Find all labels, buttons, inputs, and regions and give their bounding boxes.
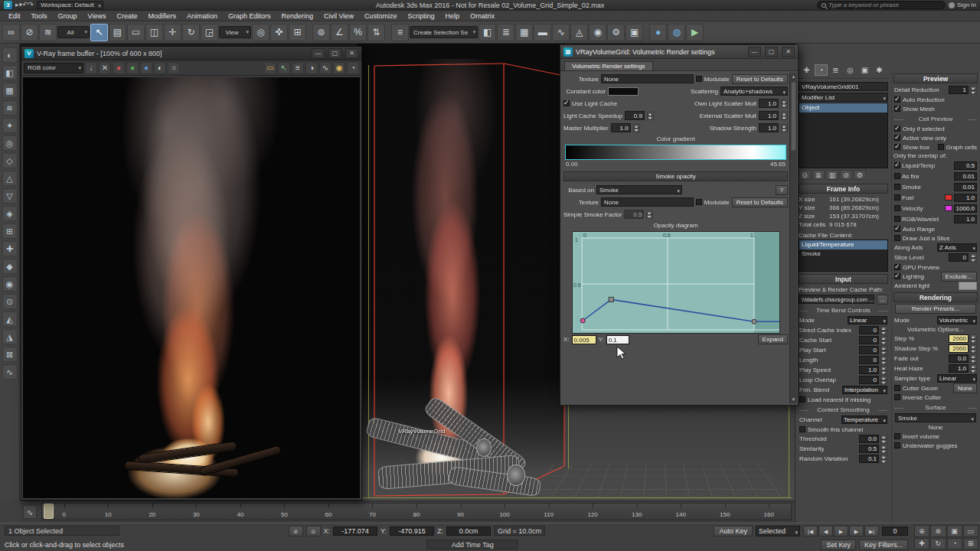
graphite-ribbon-icon[interactable]: ▬: [534, 24, 551, 41]
shelf-icon[interactable]: ⊙: [2, 294, 18, 309]
reference-coordinate-dropdown[interactable]: View: [219, 26, 251, 38]
constant-color-swatch[interactable]: [608, 87, 639, 96]
setting-value[interactable]: 0: [859, 356, 879, 364]
setting-value[interactable]: Temperature: [841, 416, 887, 424]
simple-smoke-factor-field[interactable]: 0.5: [624, 210, 644, 219]
render-presets-button[interactable]: Render Presets...: [895, 304, 976, 314]
spinner[interactable]: [970, 344, 977, 353]
frame-tick[interactable]: 80: [394, 504, 439, 520]
menu-item[interactable]: Help: [439, 12, 465, 20]
shelf-icon[interactable]: ◧: [2, 65, 18, 80]
frame-tick[interactable]: 150: [703, 504, 747, 520]
rendered-frame-window-icon[interactable]: ▣: [626, 24, 643, 41]
zoom-icon[interactable]: ⊕: [914, 525, 929, 537]
track-mouse-icon[interactable]: ↖: [278, 62, 290, 74]
cutter-geom-checkbox[interactable]: [894, 385, 900, 391]
unlink-selection-icon[interactable]: ⊘: [21, 24, 38, 41]
key-mode-dropdown[interactable]: Selected: [756, 526, 800, 536]
help-button[interactable]: ?: [776, 185, 788, 195]
track-bar[interactable]: ∿ 01020304050607080901001101201301401501…: [20, 500, 795, 523]
spinner[interactable]: [880, 445, 887, 453]
shelf-icon[interactable]: ◇: [2, 153, 18, 168]
shelf-icon[interactable]: ▦: [2, 83, 18, 98]
channel-color-swatch[interactable]: [945, 194, 952, 201]
spinner[interactable]: [970, 364, 977, 373]
setting-value[interactable]: 0: [859, 376, 879, 384]
checkbox-row[interactable]: Inverse Cutter: [893, 393, 978, 402]
smooth-channel-checkbox[interactable]: [799, 426, 805, 432]
angle-snap-icon[interactable]: ∠: [331, 24, 348, 41]
menu-item[interactable]: Modifiers: [142, 12, 181, 20]
channel-color-swatch[interactable]: [945, 205, 952, 211]
setting-value[interactable]: 0.5: [859, 445, 879, 453]
setting-value[interactable]: 1: [949, 86, 969, 94]
menu-item[interactable]: Customize: [359, 12, 403, 20]
layer-manager-icon[interactable]: ▦: [515, 24, 533, 41]
named-selection-sets-dropdown[interactable]: Create Selection Se: [410, 26, 478, 38]
opacity-diagram[interactable]: 0 0.5 1 1 0.5: [572, 231, 780, 334]
spinner[interactable]: [970, 334, 977, 343]
exposure-icon[interactable]: ◉: [333, 62, 345, 74]
play-animation-button[interactable]: ▶: [834, 526, 848, 536]
curve-point[interactable]: [609, 297, 613, 302]
external-scatter-field[interactable]: 1.0: [759, 111, 779, 120]
spinner[interactable]: [781, 124, 788, 132]
spinner[interactable]: [880, 326, 887, 334]
exclude-button[interactable]: Exclude...: [941, 272, 977, 282]
scrollbar-thumb[interactable]: [791, 82, 796, 151]
checkbox-row[interactable]: Active view only: [893, 133, 978, 142]
shelf-icon[interactable]: ◉: [2, 276, 18, 292]
use-pivot-center-icon[interactable]: ◎: [252, 24, 270, 41]
frame-tick[interactable]: 50: [263, 504, 307, 520]
menu-item[interactable]: Animation: [181, 12, 223, 20]
frame-tick[interactable]: 70: [351, 504, 395, 520]
channel-value[interactable]: 0.01: [954, 172, 977, 181]
motion-tab[interactable]: ◎: [844, 64, 857, 76]
percent-snap-icon[interactable]: %: [349, 24, 367, 41]
cutter-geom-none-button[interactable]: None: [953, 383, 977, 393]
channel-checkbox[interactable]: [894, 162, 900, 168]
checkbox[interactable]: [894, 442, 900, 448]
point-x-field[interactable]: 0.005: [572, 335, 596, 344]
frame-tick[interactable]: 120: [570, 504, 615, 520]
master-multiplier-field[interactable]: 1.0: [611, 123, 631, 132]
x-coord-field[interactable]: -177.074: [333, 527, 377, 536]
pin-stack-icon[interactable]: ⊙: [799, 170, 811, 180]
minimize-button[interactable]: —: [748, 47, 761, 57]
menu-item[interactable]: Tools: [26, 12, 53, 20]
color-gradient-bar[interactable]: [565, 145, 786, 160]
dialog-titlebar[interactable]: ▦ VRayVolumeGrid: Volumetric Render sett…: [560, 45, 798, 59]
modify-tab[interactable]: ◔: [815, 64, 828, 76]
shelf-icon[interactable]: ∿: [2, 364, 18, 380]
frame-tick[interactable]: 10: [87, 504, 131, 520]
render-production-icon[interactable]: ●: [649, 24, 667, 41]
field-of-view-icon[interactable]: ◔: [947, 538, 962, 550]
checkbox-row[interactable]: GPU Preview: [893, 262, 978, 272]
checkbox[interactable]: [894, 226, 900, 232]
undo-icon[interactable]: ↶: [22, 1, 28, 8]
shelf-icon[interactable]: ◮: [2, 329, 18, 344]
schematic-view-icon[interactable]: ◬: [570, 24, 588, 41]
curve-point-selected[interactable]: [580, 318, 585, 323]
object-name-field[interactable]: VRayVolumeGrid001: [799, 82, 888, 91]
minimize-button[interactable]: —: [312, 48, 325, 58]
frame-tick[interactable]: 40: [218, 504, 263, 520]
select-and-scale-icon[interactable]: ◲: [201, 24, 218, 41]
reset-to-defaults-button[interactable]: Reset to Defaults: [732, 74, 788, 84]
setting-value[interactable]: 1.0: [949, 364, 969, 373]
own-light-scatter-field[interactable]: 1.0: [759, 99, 779, 108]
spinner[interactable]: [970, 253, 977, 262]
workspace-dropdown[interactable]: Workspace: Default: [37, 1, 103, 9]
channel-checkbox[interactable]: [894, 205, 900, 211]
ambient-light-swatch[interactable]: [959, 282, 977, 290]
frame-info-rollout[interactable]: Frame Info: [799, 184, 888, 194]
graph-cells-checkbox[interactable]: [938, 144, 944, 150]
select-object-icon[interactable]: ↖: [90, 24, 108, 41]
show-end-result-icon[interactable]: ≣: [812, 170, 825, 180]
channel-value[interactable]: 1000.0: [954, 204, 977, 213]
channel-checkbox[interactable]: [894, 184, 900, 190]
menu-item[interactable]: Edit: [3, 12, 26, 20]
previous-frame-button[interactable]: ◀: [818, 526, 833, 536]
texture-slot-button[interactable]: None: [601, 197, 694, 207]
channel-row[interactable]: Velocity 1000.0: [893, 203, 978, 214]
